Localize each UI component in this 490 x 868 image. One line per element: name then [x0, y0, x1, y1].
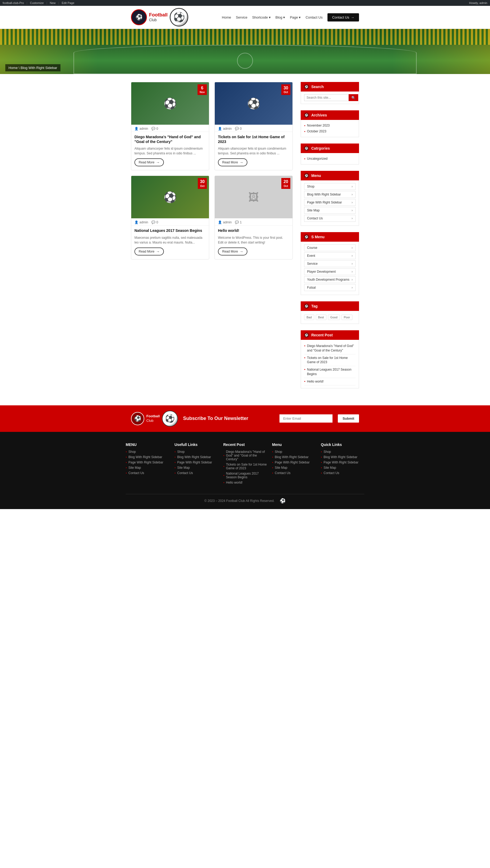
nav-home[interactable]: Home [222, 16, 231, 19]
main-nav: Home Service Shortcode ▾ Blog ▾ Page ▾ C… [222, 13, 359, 22]
smenu-widget-title: ⚽ S Menu [301, 232, 359, 242]
footer-quick-list: Shop Blog With Right Sidebar Page With R… [321, 450, 364, 475]
smenu-item-course[interactable]: Course › [304, 244, 356, 251]
tags-widget-body: Bad Best Good Poor [301, 311, 359, 324]
footer-menu-shop[interactable]: Shop [126, 450, 169, 454]
recent-post-3[interactable]: National Leagues 2017 Season Begins [304, 366, 356, 378]
newsletter-logo: ⚽ Football Club ⚽ [131, 411, 178, 427]
newsletter-logo-name: Football [146, 414, 160, 418]
nav-service[interactable]: Service [236, 16, 248, 19]
search-widget-body: 🔍 [301, 92, 359, 104]
site-header: ⚽ Football Club ⚽ Home Service Shortcode… [0, 6, 490, 29]
menu-item-page[interactable]: Page With Right Sidebar › [304, 199, 356, 206]
footer-recent-3[interactable]: National Leagues 2017 Season Begins [223, 472, 267, 479]
newsletter-section: ⚽ Football Club ⚽ Subscribe To Our Newsl… [0, 405, 490, 432]
footer-quick-blog[interactable]: Blog With Right Sidebar [321, 455, 364, 459]
newsletter-email-input[interactable] [280, 414, 332, 423]
footer-menu-sitemap[interactable]: Site Map [126, 466, 169, 469]
smenu-item-service[interactable]: Service › [304, 260, 356, 267]
read-more-3[interactable]: Read More → [134, 248, 164, 255]
read-more-2[interactable]: Read More → [218, 158, 248, 166]
footer-menu-page[interactable]: Page With Right Sidebar [126, 461, 169, 464]
footer-useful-contact[interactable]: Contact Us [174, 471, 218, 475]
nav-blog[interactable]: Blog ▾ [275, 16, 285, 19]
arrow-icon: → [239, 249, 243, 254]
tag-best[interactable]: Best [316, 315, 326, 320]
tag-cloud: Bad Best Good Poor [304, 314, 356, 321]
footer-quick-sitemap[interactable]: Site Map [321, 466, 364, 469]
admin-bar-site[interactable]: football-club-Pro [3, 1, 24, 4]
search-form: 🔍 [304, 94, 356, 101]
menu-item-sitemap[interactable]: Site Map › [304, 207, 356, 214]
tags-widget-icon: ⚽ [304, 304, 309, 309]
footer-useful-page[interactable]: Page With Right Sidebar [174, 461, 218, 464]
read-more-4[interactable]: Read More → [218, 248, 248, 255]
nav-cta-button[interactable]: Contact Us → [327, 13, 359, 22]
arrow-icon: › [352, 185, 353, 188]
tag-good[interactable]: Good [328, 315, 340, 320]
menu-item-contact[interactable]: Contact Us › [304, 215, 356, 222]
smenu-item-futsal[interactable]: Futsal › [304, 284, 356, 291]
post-image-2[interactable]: ⚽ 30 Oct [215, 82, 292, 125]
arrow-icon: › [352, 254, 353, 257]
smenu-item-event[interactable]: Event › [304, 252, 356, 259]
footer-menu2-page[interactable]: Page With Right Sidebar [272, 461, 316, 464]
footer-menu-blog[interactable]: Blog With Right Sidebar [126, 455, 169, 459]
smenu-item-player-dev[interactable]: Player Development › [304, 268, 356, 275]
footer-recent-1[interactable]: Diego Maradona's "Hand of God" and "Goal… [223, 450, 267, 461]
menu-widget-icon: ⚽ [304, 173, 309, 178]
admin-bar-customize[interactable]: Customize [30, 1, 44, 4]
footer-menu2-sitemap[interactable]: Site Map [272, 466, 316, 469]
footer-quick-shop[interactable]: Shop [321, 450, 364, 454]
footer-menu2-contact[interactable]: Contact Us [272, 471, 316, 475]
read-more-1[interactable]: Read More → [134, 158, 164, 166]
footer-recent-4[interactable]: Hello world! [223, 481, 267, 485]
post-title-2: Tickets on Sale for 1st Home Game of 202… [218, 134, 289, 144]
footer-useful-blog[interactable]: Blog With Right Sidebar [174, 455, 218, 459]
archive-item-nov[interactable]: November 2023 [304, 123, 356, 128]
post-image-4[interactable]: 🖼 20 Oct [215, 176, 292, 218]
menu-item-blog[interactable]: Blog With Right Sidebar › [304, 191, 356, 198]
newsletter-submit-button[interactable]: Submit [338, 414, 359, 423]
post-excerpt-1: Aliquam ullamcorper felis id ipsum condi… [134, 146, 206, 156]
post-thumbnail-2: ⚽ [215, 82, 292, 125]
tag-bad[interactable]: Bad [304, 315, 314, 320]
footer-recent-2[interactable]: Tickets on Sale for 1st Home Game of 202… [223, 463, 267, 470]
footer-menu-contact[interactable]: Contact Us [126, 471, 169, 475]
widget-tags: ⚽ Tag Bad Best Good Poor [301, 301, 359, 324]
smenu-item-youth-dev[interactable]: Youth Development Programs › [304, 276, 356, 283]
category-uncategorized[interactable]: Uncategorized [304, 156, 356, 161]
categories-list: Uncategorized [304, 156, 356, 161]
search-button[interactable]: 🔍 [349, 94, 358, 101]
footer-quick-page[interactable]: Page With Right Sidebar [321, 461, 364, 464]
search-input[interactable] [304, 94, 349, 101]
footer-quick-contact[interactable]: Contact Us [321, 471, 364, 475]
site-logo[interactable]: ⚽ Football Club ⚽ [131, 8, 188, 27]
recent-post-2[interactable]: Tickets on Sale for 1st Home Game of 202… [304, 354, 356, 366]
admin-bar-edit[interactable]: Edit Page [62, 1, 74, 4]
footer-useful-shop[interactable]: Shop [174, 450, 218, 454]
menu-item-shop[interactable]: Shop › [304, 183, 356, 190]
recent-post-1[interactable]: Diego Maradona's "Hand of God" and "Goal… [304, 342, 356, 354]
nav-page[interactable]: Page ▾ [290, 16, 301, 19]
nav-contact[interactable]: Contact Us [305, 16, 322, 19]
footer-menu2-shop[interactable]: Shop [272, 450, 316, 454]
recent-post-4[interactable]: Hello world! [304, 378, 356, 385]
admin-bar-new[interactable]: New [50, 1, 56, 4]
recent-posts-widget-body: Diego Maradona's "Hand of God" and "Goal… [301, 340, 359, 389]
footer-menu2-blog[interactable]: Blog With Right Sidebar [272, 455, 316, 459]
post-body-2: Tickets on Sale for 1st Home Game of 202… [215, 132, 292, 170]
archive-item-oct[interactable]: October 2023 [304, 128, 356, 134]
hero-section: Home \ Blog With Right Sidebar [0, 29, 490, 74]
center-circle [237, 53, 253, 69]
footer-col-title-quick: Quick Links [321, 442, 364, 447]
nav-shortcode[interactable]: Shortcode ▾ [252, 16, 271, 19]
post-image-1[interactable]: ⚽ 6 Nov [131, 82, 209, 125]
post-card-1: ⚽ 6 Nov 👤 admin 💬 0 Diego Maradona's "Ha… [131, 82, 209, 170]
arrow-icon: › [352, 246, 353, 250]
footer-bottom: © 2023 – 2024 Football Club All Rights R… [126, 494, 364, 504]
post-date-1: 6 Nov [198, 84, 207, 95]
footer-useful-sitemap[interactable]: Site Map [174, 466, 218, 469]
post-image-3[interactable]: ⚽ 30 Oct [131, 176, 209, 218]
tag-poor[interactable]: Poor [341, 315, 352, 320]
